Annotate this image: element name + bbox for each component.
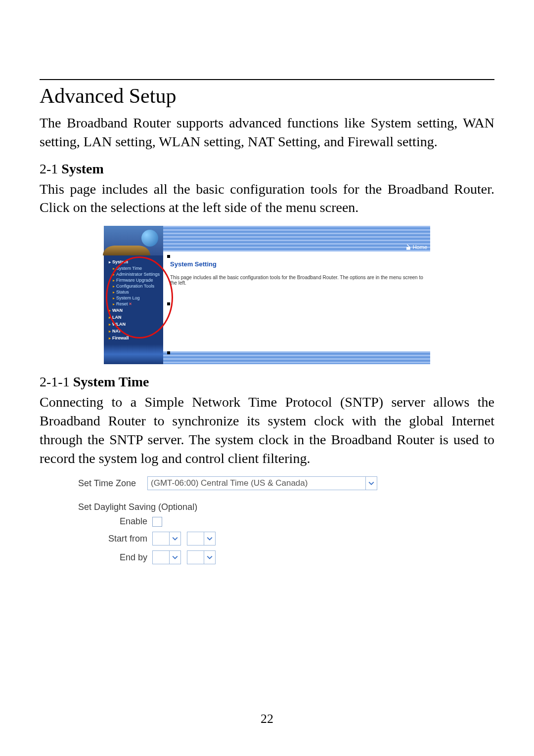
- end-month-select[interactable]: [152, 550, 181, 564]
- section-number: 2-1: [40, 161, 61, 176]
- router-content-area: Home System Setting This page includes a…: [163, 226, 430, 364]
- chevron-down-icon: [204, 532, 215, 545]
- nav-lan[interactable]: LAN: [106, 314, 161, 321]
- nav-firewall[interactable]: Firewall: [106, 335, 161, 341]
- page-number: 22: [0, 712, 534, 726]
- router-logo: [104, 226, 163, 255]
- home-icon: [406, 245, 411, 250]
- page-title: Advanced Setup: [40, 84, 494, 108]
- nav-config-tools[interactable]: Configuration Tools: [106, 283, 161, 289]
- end-day-select[interactable]: [187, 550, 216, 564]
- home-link[interactable]: Home: [406, 244, 427, 250]
- dst-heading: Set Daylight Saving (Optional): [78, 502, 377, 512]
- chevron-down-icon: [204, 551, 215, 564]
- section-2-1-heading: 2-1 System: [40, 161, 494, 177]
- router-ui-screenshot: System System Time Administrator Setting…: [104, 226, 430, 364]
- nav-nat[interactable]: NAT: [106, 328, 161, 335]
- section-2-1-paragraph: This page includes all the basic configu…: [40, 180, 494, 217]
- timezone-value: (GMT-06:00) Central Time (US & Canada): [151, 478, 365, 488]
- chevron-down-icon: [169, 532, 180, 545]
- router-nav: System System Time Administrator Setting…: [104, 255, 163, 344]
- timezone-select[interactable]: (GMT-06:00) Central Time (US & Canada): [147, 476, 377, 490]
- start-from-label: Start from: [78, 534, 152, 544]
- nav-system-log[interactable]: System Log: [106, 295, 161, 301]
- section-2-1-1-heading: 2-1-1 System Time: [40, 374, 494, 390]
- bullet-icon: [167, 302, 170, 305]
- top-rule: [40, 79, 494, 80]
- end-by-label: End by: [78, 552, 152, 563]
- nav-status[interactable]: Status: [106, 289, 161, 295]
- router-sidebar: System System Time Administrator Setting…: [104, 226, 163, 364]
- content-text: This page includes all the basic configu…: [170, 275, 424, 286]
- home-label: Home: [413, 244, 427, 250]
- nav-wlan[interactable]: WLAN: [106, 321, 161, 328]
- nav-firmware[interactable]: Firmware Upgrade: [106, 277, 161, 283]
- nav-system-time[interactable]: System Time: [106, 265, 161, 271]
- section-title: System: [61, 161, 104, 176]
- bullet-icon: [167, 255, 170, 258]
- content-heading: System Setting: [170, 260, 424, 268]
- start-month-select[interactable]: [152, 532, 181, 546]
- enable-checkbox[interactable]: [152, 517, 162, 527]
- intro-paragraph: The Broadband Router supports advanced f…: [40, 114, 494, 151]
- nav-wan[interactable]: WAN: [106, 307, 161, 314]
- chevron-down-icon: [169, 551, 180, 564]
- chevron-down-icon: [365, 477, 377, 490]
- section-2-1-1-paragraph: Connecting to a Simple Network Time Prot…: [40, 393, 494, 467]
- section-number: 2-1-1: [40, 374, 73, 389]
- enable-label: Enable: [78, 516, 152, 527]
- timezone-label: Set Time Zone: [78, 478, 147, 489]
- nav-admin-settings[interactable]: Administrator Settings: [106, 271, 161, 277]
- section-title: System Time: [73, 374, 149, 389]
- bullet-icon: [167, 351, 170, 354]
- nav-system[interactable]: System: [106, 258, 161, 265]
- nav-reset[interactable]: Reset: [106, 301, 161, 307]
- start-day-select[interactable]: [187, 532, 216, 546]
- system-time-form: Set Time Zone (GMT-06:00) Central Time (…: [78, 476, 377, 564]
